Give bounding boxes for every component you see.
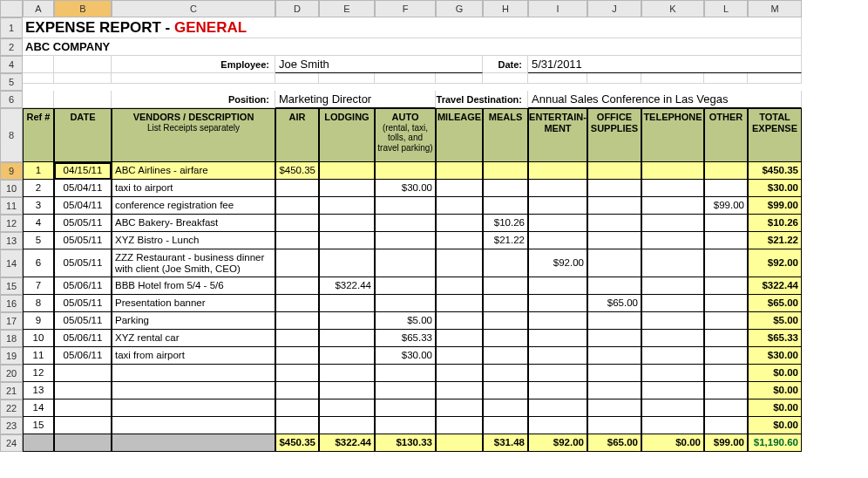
cell-tel[interactable] (641, 232, 704, 249)
cell-date[interactable]: 05/05/11 (54, 312, 112, 330)
cell-air[interactable] (275, 215, 319, 232)
cell-office[interactable] (587, 365, 641, 382)
col-mileage-header[interactable]: MILEAGE (436, 108, 483, 162)
spreadsheet-grid[interactable]: ABCDEFGHIJKLM1EXPENSE REPORT - GENERAL2A… (0, 0, 868, 452)
cell-total[interactable]: $30.00 (748, 347, 802, 365)
cell-air[interactable] (275, 365, 319, 382)
cell-other[interactable]: $99.00 (704, 197, 748, 215)
cell-ref[interactable]: 2 (23, 180, 54, 197)
cell-vendor[interactable]: ABC Bakery- Breakfast (112, 215, 275, 232)
cell-meals[interactable] (483, 277, 528, 295)
cell-mileage[interactable] (436, 417, 483, 434)
cell-other[interactable] (704, 399, 748, 417)
cell-lodging[interactable] (319, 417, 375, 434)
cell-date[interactable]: 05/04/11 (54, 197, 112, 215)
cell-vendor[interactable] (112, 365, 275, 382)
col-header-C[interactable]: C (112, 0, 275, 17)
col-tel-header[interactable]: TELEPHONE (641, 108, 704, 162)
cell-lodging[interactable] (319, 382, 375, 399)
cell-other[interactable] (704, 180, 748, 197)
cell-ent[interactable] (528, 197, 587, 215)
cell-other[interactable] (704, 295, 748, 312)
cell-ref[interactable]: 11 (23, 347, 54, 365)
employee-value[interactable]: Joe Smith (275, 56, 483, 73)
cell-tel[interactable] (641, 417, 704, 434)
row-header-18[interactable]: 18 (0, 330, 23, 347)
cell-tel[interactable] (641, 330, 704, 347)
cell-auto[interactable] (375, 417, 436, 434)
cell-ent[interactable] (528, 417, 587, 434)
cell-total[interactable]: $0.00 (748, 365, 802, 382)
cell-ent[interactable] (528, 277, 587, 295)
cell-lodging[interactable] (319, 197, 375, 215)
col-lodging-header[interactable]: LODGING (319, 108, 375, 162)
cell-ref[interactable]: 4 (23, 215, 54, 232)
cell-vendor[interactable]: XYZ Bistro - Lunch (112, 232, 275, 249)
row-header-10[interactable]: 10 (0, 180, 23, 197)
row-header-22[interactable]: 22 (0, 399, 23, 417)
cell-other[interactable] (704, 215, 748, 232)
cell-office[interactable] (587, 347, 641, 365)
row-header-16[interactable]: 16 (0, 295, 23, 312)
cell-lodging[interactable] (319, 249, 375, 277)
cell-other[interactable] (704, 347, 748, 365)
row-header-13[interactable]: 13 (0, 232, 23, 249)
col-header-F[interactable]: F (375, 0, 436, 17)
cell-lodging[interactable] (319, 232, 375, 249)
cell-vendor[interactable] (112, 399, 275, 417)
col-header-D[interactable]: D (275, 0, 319, 17)
cell-mileage[interactable] (436, 232, 483, 249)
col-header-H[interactable]: H (483, 0, 528, 17)
col-vendor-header[interactable]: VENDORS / DESCRIPTIONList Receipts separ… (112, 108, 275, 162)
cell-mileage[interactable] (436, 330, 483, 347)
footer-ent[interactable]: $92.00 (528, 434, 587, 452)
cell-date[interactable]: 05/04/11 (54, 180, 112, 197)
row-header-23[interactable]: 23 (0, 417, 23, 434)
cell-auto[interactable] (375, 197, 436, 215)
footer-blank[interactable] (54, 434, 112, 452)
cell-office[interactable] (587, 215, 641, 232)
col-header-L[interactable]: L (704, 0, 748, 17)
cell-ref[interactable]: 7 (23, 277, 54, 295)
cell-mileage[interactable] (436, 197, 483, 215)
cell-total[interactable]: $322.44 (748, 277, 802, 295)
cell-mileage[interactable] (436, 347, 483, 365)
cell-ent[interactable] (528, 382, 587, 399)
cell-meals[interactable] (483, 399, 528, 417)
footer-mileage[interactable] (436, 434, 483, 452)
cell-ent[interactable] (528, 330, 587, 347)
cell-lodging[interactable] (319, 330, 375, 347)
cell-total[interactable]: $65.33 (748, 330, 802, 347)
cell-date[interactable] (54, 365, 112, 382)
cell-lodging[interactable] (319, 399, 375, 417)
cell-total[interactable]: $0.00 (748, 382, 802, 399)
col-header-A[interactable]: A (23, 0, 54, 17)
cell-auto[interactable] (375, 399, 436, 417)
footer-office[interactable]: $65.00 (587, 434, 641, 452)
cell-auto[interactable]: $5.00 (375, 312, 436, 330)
cell-air[interactable] (275, 295, 319, 312)
cell-ent[interactable] (528, 180, 587, 197)
cell-meals[interactable] (483, 347, 528, 365)
cell-total[interactable]: $21.22 (748, 232, 802, 249)
cell-ref[interactable]: 10 (23, 330, 54, 347)
cell-meals[interactable] (483, 180, 528, 197)
cell-tel[interactable] (641, 399, 704, 417)
cell-lodging[interactable] (319, 347, 375, 365)
row-header-1[interactable]: 1 (0, 17, 23, 38)
cell-auto[interactable] (375, 277, 436, 295)
destination-value[interactable]: Annual Sales Conference in Las Vegas (528, 91, 802, 108)
cell-vendor[interactable]: ABC Airlines - airfare (112, 162, 275, 180)
cell-ent[interactable]: $92.00 (528, 249, 587, 277)
cell-ent[interactable] (528, 215, 587, 232)
cell-office[interactable] (587, 382, 641, 399)
cell-ref[interactable]: 8 (23, 295, 54, 312)
cell-meals[interactable]: $10.26 (483, 215, 528, 232)
cell-tel[interactable] (641, 365, 704, 382)
row-header-24[interactable]: 24 (0, 434, 23, 452)
cell-auto[interactable] (375, 365, 436, 382)
cell-date[interactable]: 05/05/11 (54, 295, 112, 312)
col-header-I[interactable]: I (528, 0, 587, 17)
cell-other[interactable] (704, 382, 748, 399)
row-header-9[interactable]: 9 (0, 162, 23, 180)
